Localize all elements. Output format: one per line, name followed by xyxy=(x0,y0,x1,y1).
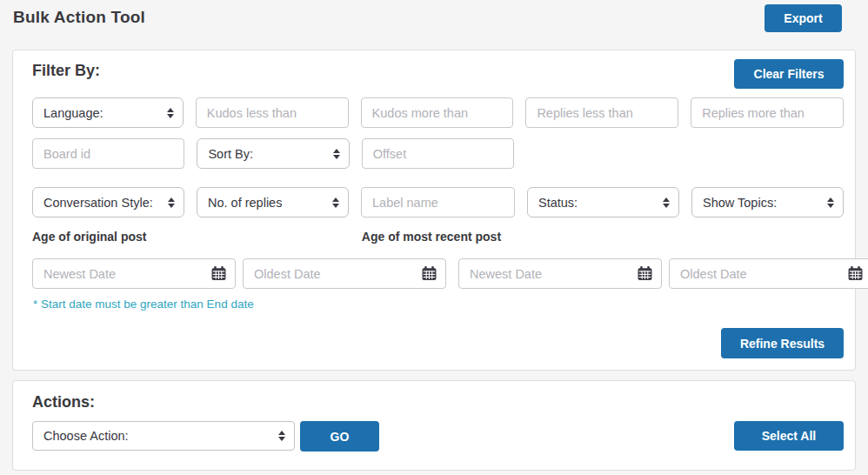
conversation-style-select-value: Conversation Style: xyxy=(43,196,168,210)
chevron-updown-icon xyxy=(827,197,834,208)
filter-by-title: Filter By: xyxy=(32,62,100,80)
status-select[interactable]: Status: xyxy=(527,187,679,217)
age-of-most-recent-post-label: Age of most recent post xyxy=(362,230,679,244)
original-newest-date-field[interactable] xyxy=(32,258,236,289)
age-of-original-post-label: Age of original post xyxy=(32,230,350,244)
recent-post-date-group xyxy=(458,258,868,289)
filter-panel: Filter By: Clear Filters Language: Sort … xyxy=(12,50,856,371)
replies-less-input[interactable] xyxy=(525,97,678,128)
calendar-icon[interactable] xyxy=(211,266,226,281)
no-of-replies-select[interactable]: No. of replies xyxy=(197,187,349,217)
go-button[interactable]: GO xyxy=(300,421,379,452)
calendar-icon[interactable] xyxy=(638,266,652,281)
chevron-updown-icon xyxy=(333,149,340,159)
replies-more-input[interactable] xyxy=(691,97,844,128)
original-newest-date-input[interactable] xyxy=(33,267,211,281)
status-select-value: Status: xyxy=(538,196,663,210)
show-topics-select[interactable]: Show Topics: xyxy=(691,187,844,217)
calendar-icon[interactable] xyxy=(848,266,863,281)
language-select-value: Language: xyxy=(43,106,167,120)
refine-results-button[interactable]: Refine Results xyxy=(721,328,844,358)
export-button[interactable]: Export xyxy=(765,4,842,32)
age-labels-row: Age of original post Age of most recent … xyxy=(32,230,844,244)
select-all-button[interactable]: Select All xyxy=(734,421,844,451)
date-fields-row xyxy=(32,258,844,289)
choose-action-select[interactable]: Choose Action: xyxy=(32,421,295,451)
chevron-updown-icon xyxy=(278,431,285,441)
kudos-more-input[interactable] xyxy=(361,97,514,128)
chevron-updown-icon xyxy=(663,197,670,208)
sort-by-select-value: Sort By: xyxy=(208,147,332,161)
board-id-input[interactable] xyxy=(32,138,184,169)
language-select[interactable]: Language: xyxy=(32,97,184,128)
conversation-style-select[interactable]: Conversation Style: xyxy=(32,187,184,217)
filter-row-3: Conversation Style: No. of replies Statu… xyxy=(32,187,844,217)
chevron-updown-icon xyxy=(168,197,175,208)
choose-action-select-value: Choose Action: xyxy=(43,429,278,443)
original-oldest-date-field[interactable] xyxy=(243,258,446,289)
no-of-replies-select-value: No. of replies xyxy=(208,196,332,210)
chevron-updown-icon xyxy=(332,197,339,208)
page-title: Bulk Action Tool xyxy=(13,8,145,27)
recent-newest-date-field[interactable] xyxy=(458,258,662,289)
filter-row-2: Sort By: xyxy=(32,138,844,169)
show-topics-select-value: Show Topics: xyxy=(703,196,827,210)
calendar-icon[interactable] xyxy=(422,266,437,281)
clear-filters-button[interactable]: Clear Filters xyxy=(734,59,844,89)
actions-title: Actions: xyxy=(32,393,95,411)
label-name-input[interactable] xyxy=(361,187,515,217)
offset-input[interactable] xyxy=(362,138,514,169)
original-post-date-group xyxy=(32,258,446,289)
chevron-updown-icon xyxy=(167,108,174,118)
actions-panel: Actions: Choose Action: GO Select All xyxy=(12,380,856,471)
recent-oldest-date-field[interactable] xyxy=(669,258,868,289)
date-validation-note: * Start date must be greater than End da… xyxy=(33,298,254,311)
filter-row-1: Language: xyxy=(32,97,844,128)
original-oldest-date-input[interactable] xyxy=(244,267,422,281)
kudos-less-input[interactable] xyxy=(196,97,349,128)
recent-newest-date-input[interactable] xyxy=(459,267,638,281)
recent-oldest-date-input[interactable] xyxy=(670,267,848,281)
sort-by-select[interactable]: Sort By: xyxy=(197,138,349,169)
